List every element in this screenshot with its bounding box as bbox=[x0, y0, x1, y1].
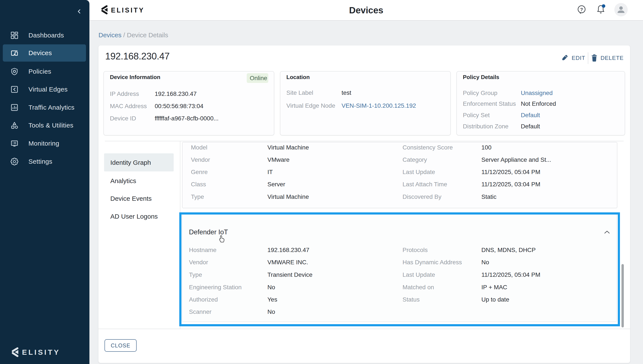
svg-text:ELISITY: ELISITY bbox=[22, 348, 60, 356]
svg-text:?: ? bbox=[580, 7, 583, 12]
svg-text:ELISITY: ELISITY bbox=[111, 6, 145, 14]
